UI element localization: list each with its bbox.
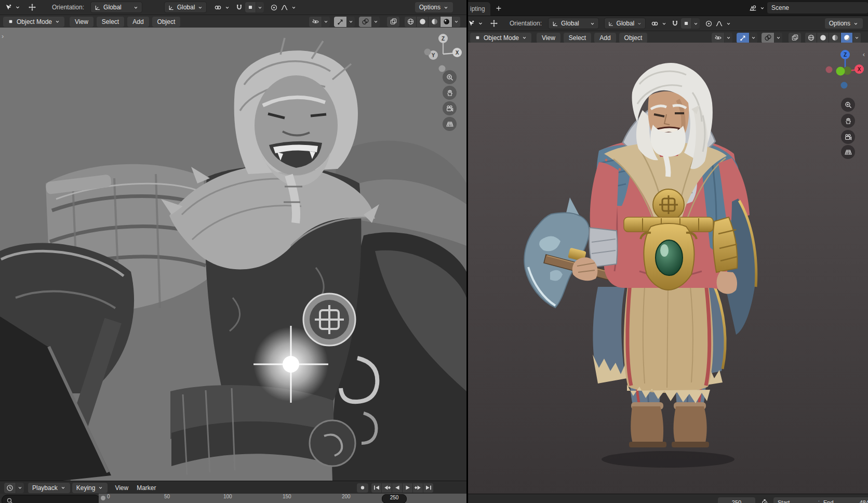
next-keyframe-button[interactable] [413,483,423,493]
selectability-dropdown[interactable] [309,17,330,27]
shading-solid-button[interactable] [417,17,429,27]
menu-keying[interactable]: Keying [72,483,108,493]
selectability-dropdown[interactable] [712,33,732,43]
snap-toggle-button[interactable] [670,18,679,29]
pivot-point-button[interactable] [650,18,668,29]
play-reverse-button[interactable] [392,483,403,493]
pivot-point-button[interactable] [213,2,231,12]
snap-toggle-button[interactable] [234,2,244,12]
active-tool-button[interactable] [3,2,22,12]
chevron-down-icon [323,19,329,24]
chevron-down-icon [726,35,731,41]
jump-to-end-button[interactable] [423,483,433,493]
menu-object[interactable]: Object [619,33,648,43]
pivot-orientation-dropdown[interactable]: Global [604,18,646,29]
navigation-gizmo-right[interactable]: Z X [824,48,867,92]
camera-view-button[interactable] [841,130,855,144]
chevron-down-icon [197,5,203,10]
editor-type-button[interactable] [4,483,24,493]
workspace-tab-scripting[interactable]: ipting [468,2,490,16]
add-workspace-button[interactable] [492,3,505,14]
prev-keyframe-button[interactable] [382,483,392,493]
zoom-button[interactable] [443,70,457,84]
play-button[interactable] [403,483,413,493]
falloff-curve-icon [715,20,723,28]
mode-dropdown[interactable]: Object Mode [3,17,64,27]
shading-material-button[interactable] [429,17,440,27]
viewport-3d-right[interactable]: ‹ Z X [468,43,868,494]
proportional-edit-button[interactable] [704,18,713,29]
pan-hand-button[interactable] [841,114,855,128]
zoom-button[interactable] [841,98,855,112]
menu-view[interactable]: View [537,33,560,43]
ortho-toggle-button[interactable] [841,145,855,159]
gizmos-toggle[interactable] [334,17,355,27]
menu-playback[interactable]: Playback [28,483,70,493]
shading-dropdown[interactable] [452,17,460,27]
gizmo-arrow-icon [337,18,344,25]
shading-rendered-button[interactable] [440,17,452,27]
move-tool-button[interactable] [26,2,38,12]
gizmos-toggle[interactable] [737,33,757,43]
shading-solid-button[interactable] [817,33,829,43]
current-frame-field[interactable]: 250 [718,497,755,503]
menu-timeline-view[interactable]: View [115,484,128,492]
plus-icon [495,5,502,12]
options-button[interactable]: Options [825,18,863,29]
viewport-3d-left[interactable]: › Z Y X [0,28,466,481]
playhead-dot[interactable] [101,496,105,500]
menu-select[interactable]: Select [97,17,124,27]
falloff-button[interactable] [279,2,298,12]
shading-dropdown[interactable] [853,33,861,43]
shading-material-button[interactable] [829,33,841,43]
chevron-down-icon [637,21,642,27]
chevron-down-icon [60,485,66,491]
menu-select[interactable]: Select [564,33,591,43]
menu-add[interactable]: Add [594,33,616,43]
transform-orientation-dropdown[interactable]: Global [90,2,142,13]
proportional-edit-button[interactable] [269,2,278,12]
transform-orientation-dropdown[interactable]: Global [548,18,599,29]
shading-rendered-button[interactable] [841,33,853,43]
record-button[interactable] [357,483,368,493]
mode-dropdown[interactable]: Object Mode [470,33,531,43]
channel-search-field[interactable] [2,495,100,503]
scene-browse-button[interactable] [747,3,767,13]
shading-mode-switch [805,33,861,43]
overlays-toggle[interactable] [762,33,782,43]
chevron-down-icon [373,19,379,24]
xray-toggle[interactable] [789,33,801,43]
solid-sphere-icon [419,18,426,25]
current-frame-pill[interactable]: 250 [382,494,407,503]
pan-hand-button[interactable] [443,86,457,100]
snap-target-button[interactable] [245,2,264,12]
shading-wireframe-button[interactable] [405,17,417,27]
frame-end-field[interactable]: End 484 [819,497,868,503]
pivot-orientation-dropdown[interactable]: Global [164,2,207,13]
move-tool-button[interactable] [488,18,500,29]
xray-toggle[interactable] [387,17,399,27]
scene-name-field[interactable]: Scene [767,2,868,14]
menu-marker[interactable]: Marker [137,484,156,492]
timeline-ruler[interactable]: 0 50 100 150 200 250 [99,494,466,503]
frame-start-field[interactable]: Start 1 [773,497,825,503]
jump-to-start-button[interactable] [371,483,382,493]
chevron-down-icon [17,485,23,491]
overlays-toggle[interactable] [359,17,380,27]
falloff-button[interactable] [714,18,732,29]
camera-view-button[interactable] [443,101,457,115]
active-tool-button[interactable] [468,18,485,29]
snap-target-button[interactable] [681,18,700,29]
shading-wireframe-button[interactable] [805,33,817,43]
timeline-strip-left[interactable]: 0 50 100 150 200 250 [0,494,466,503]
menu-object[interactable]: Object [152,17,181,27]
rendered-sphere-icon [443,18,450,25]
move-icon [28,3,36,11]
menu-add[interactable]: Add [127,17,149,27]
ortho-toggle-button[interactable] [443,117,457,131]
auto-keying-stopwatch-button[interactable] [758,497,771,503]
options-button[interactable]: Options [415,2,453,12]
toolbar-expand-arrow[interactable]: › [2,34,4,39]
navigation-gizmo-left[interactable]: Z Y X [422,31,465,75]
menu-view[interactable]: View [70,17,94,27]
